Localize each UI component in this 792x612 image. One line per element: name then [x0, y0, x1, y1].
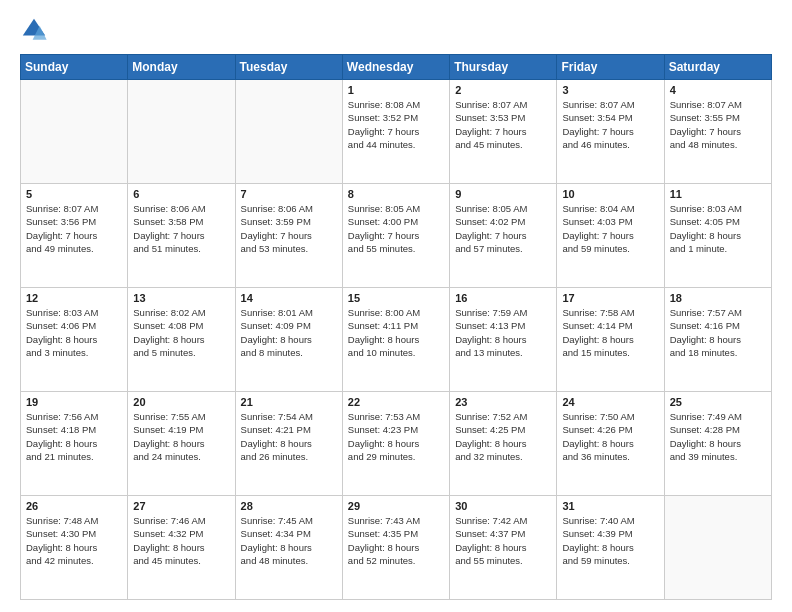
- day-cell: 22Sunrise: 7:53 AM Sunset: 4:23 PM Dayli…: [342, 392, 449, 496]
- day-number: 5: [26, 188, 122, 200]
- day-cell: 19Sunrise: 7:56 AM Sunset: 4:18 PM Dayli…: [21, 392, 128, 496]
- day-cell: 4Sunrise: 8:07 AM Sunset: 3:55 PM Daylig…: [664, 80, 771, 184]
- day-info: Sunrise: 8:06 AM Sunset: 3:59 PM Dayligh…: [241, 202, 337, 255]
- day-number: 26: [26, 500, 122, 512]
- header-cell-sunday: Sunday: [21, 55, 128, 80]
- day-info: Sunrise: 7:49 AM Sunset: 4:28 PM Dayligh…: [670, 410, 766, 463]
- day-cell: [664, 496, 771, 600]
- day-cell: 16Sunrise: 7:59 AM Sunset: 4:13 PM Dayli…: [450, 288, 557, 392]
- week-row-3: 19Sunrise: 7:56 AM Sunset: 4:18 PM Dayli…: [21, 392, 772, 496]
- day-cell: 23Sunrise: 7:52 AM Sunset: 4:25 PM Dayli…: [450, 392, 557, 496]
- day-cell: 24Sunrise: 7:50 AM Sunset: 4:26 PM Dayli…: [557, 392, 664, 496]
- day-cell: 2Sunrise: 8:07 AM Sunset: 3:53 PM Daylig…: [450, 80, 557, 184]
- day-number: 7: [241, 188, 337, 200]
- day-cell: 15Sunrise: 8:00 AM Sunset: 4:11 PM Dayli…: [342, 288, 449, 392]
- day-number: 24: [562, 396, 658, 408]
- day-cell: 13Sunrise: 8:02 AM Sunset: 4:08 PM Dayli…: [128, 288, 235, 392]
- week-row-4: 26Sunrise: 7:48 AM Sunset: 4:30 PM Dayli…: [21, 496, 772, 600]
- day-info: Sunrise: 7:40 AM Sunset: 4:39 PM Dayligh…: [562, 514, 658, 567]
- day-cell: 28Sunrise: 7:45 AM Sunset: 4:34 PM Dayli…: [235, 496, 342, 600]
- day-cell: [235, 80, 342, 184]
- day-info: Sunrise: 7:55 AM Sunset: 4:19 PM Dayligh…: [133, 410, 229, 463]
- day-cell: 11Sunrise: 8:03 AM Sunset: 4:05 PM Dayli…: [664, 184, 771, 288]
- day-info: Sunrise: 8:02 AM Sunset: 4:08 PM Dayligh…: [133, 306, 229, 359]
- day-info: Sunrise: 8:07 AM Sunset: 3:56 PM Dayligh…: [26, 202, 122, 255]
- day-info: Sunrise: 7:48 AM Sunset: 4:30 PM Dayligh…: [26, 514, 122, 567]
- day-number: 21: [241, 396, 337, 408]
- day-info: Sunrise: 8:07 AM Sunset: 3:55 PM Dayligh…: [670, 98, 766, 151]
- day-number: 31: [562, 500, 658, 512]
- day-cell: 27Sunrise: 7:46 AM Sunset: 4:32 PM Dayli…: [128, 496, 235, 600]
- day-number: 27: [133, 500, 229, 512]
- day-number: 9: [455, 188, 551, 200]
- day-number: 6: [133, 188, 229, 200]
- day-cell: 20Sunrise: 7:55 AM Sunset: 4:19 PM Dayli…: [128, 392, 235, 496]
- day-cell: 8Sunrise: 8:05 AM Sunset: 4:00 PM Daylig…: [342, 184, 449, 288]
- day-number: 11: [670, 188, 766, 200]
- day-info: Sunrise: 7:45 AM Sunset: 4:34 PM Dayligh…: [241, 514, 337, 567]
- day-cell: [21, 80, 128, 184]
- week-row-2: 12Sunrise: 8:03 AM Sunset: 4:06 PM Dayli…: [21, 288, 772, 392]
- header-cell-monday: Monday: [128, 55, 235, 80]
- day-info: Sunrise: 7:58 AM Sunset: 4:14 PM Dayligh…: [562, 306, 658, 359]
- calendar-header: SundayMondayTuesdayWednesdayThursdayFrid…: [21, 55, 772, 80]
- day-number: 13: [133, 292, 229, 304]
- day-cell: 1Sunrise: 8:08 AM Sunset: 3:52 PM Daylig…: [342, 80, 449, 184]
- day-number: 22: [348, 396, 444, 408]
- day-info: Sunrise: 7:50 AM Sunset: 4:26 PM Dayligh…: [562, 410, 658, 463]
- day-info: Sunrise: 8:00 AM Sunset: 4:11 PM Dayligh…: [348, 306, 444, 359]
- day-cell: 10Sunrise: 8:04 AM Sunset: 4:03 PM Dayli…: [557, 184, 664, 288]
- day-info: Sunrise: 7:54 AM Sunset: 4:21 PM Dayligh…: [241, 410, 337, 463]
- day-cell: 31Sunrise: 7:40 AM Sunset: 4:39 PM Dayli…: [557, 496, 664, 600]
- day-number: 16: [455, 292, 551, 304]
- day-number: 20: [133, 396, 229, 408]
- header-row: SundayMondayTuesdayWednesdayThursdayFrid…: [21, 55, 772, 80]
- day-cell: 30Sunrise: 7:42 AM Sunset: 4:37 PM Dayli…: [450, 496, 557, 600]
- day-info: Sunrise: 7:43 AM Sunset: 4:35 PM Dayligh…: [348, 514, 444, 567]
- day-info: Sunrise: 8:03 AM Sunset: 4:06 PM Dayligh…: [26, 306, 122, 359]
- day-number: 1: [348, 84, 444, 96]
- day-number: 4: [670, 84, 766, 96]
- day-info: Sunrise: 7:59 AM Sunset: 4:13 PM Dayligh…: [455, 306, 551, 359]
- day-number: 15: [348, 292, 444, 304]
- day-cell: 29Sunrise: 7:43 AM Sunset: 4:35 PM Dayli…: [342, 496, 449, 600]
- day-cell: 26Sunrise: 7:48 AM Sunset: 4:30 PM Dayli…: [21, 496, 128, 600]
- day-number: 2: [455, 84, 551, 96]
- day-cell: 17Sunrise: 7:58 AM Sunset: 4:14 PM Dayli…: [557, 288, 664, 392]
- day-info: Sunrise: 8:07 AM Sunset: 3:54 PM Dayligh…: [562, 98, 658, 151]
- day-number: 14: [241, 292, 337, 304]
- day-number: 8: [348, 188, 444, 200]
- day-number: 10: [562, 188, 658, 200]
- day-cell: 5Sunrise: 8:07 AM Sunset: 3:56 PM Daylig…: [21, 184, 128, 288]
- day-info: Sunrise: 8:08 AM Sunset: 3:52 PM Dayligh…: [348, 98, 444, 151]
- day-info: Sunrise: 7:57 AM Sunset: 4:16 PM Dayligh…: [670, 306, 766, 359]
- day-number: 23: [455, 396, 551, 408]
- day-info: Sunrise: 7:53 AM Sunset: 4:23 PM Dayligh…: [348, 410, 444, 463]
- day-info: Sunrise: 7:46 AM Sunset: 4:32 PM Dayligh…: [133, 514, 229, 567]
- day-number: 3: [562, 84, 658, 96]
- header-cell-saturday: Saturday: [664, 55, 771, 80]
- day-info: Sunrise: 8:04 AM Sunset: 4:03 PM Dayligh…: [562, 202, 658, 255]
- logo: [20, 16, 50, 44]
- calendar-body: 1Sunrise: 8:08 AM Sunset: 3:52 PM Daylig…: [21, 80, 772, 600]
- logo-icon: [20, 16, 48, 44]
- day-info: Sunrise: 8:01 AM Sunset: 4:09 PM Dayligh…: [241, 306, 337, 359]
- day-cell: 12Sunrise: 8:03 AM Sunset: 4:06 PM Dayli…: [21, 288, 128, 392]
- day-number: 25: [670, 396, 766, 408]
- day-info: Sunrise: 7:56 AM Sunset: 4:18 PM Dayligh…: [26, 410, 122, 463]
- day-number: 18: [670, 292, 766, 304]
- header-cell-tuesday: Tuesday: [235, 55, 342, 80]
- day-number: 30: [455, 500, 551, 512]
- day-info: Sunrise: 8:07 AM Sunset: 3:53 PM Dayligh…: [455, 98, 551, 151]
- page: SundayMondayTuesdayWednesdayThursdayFrid…: [0, 0, 792, 612]
- day-cell: [128, 80, 235, 184]
- day-cell: 6Sunrise: 8:06 AM Sunset: 3:58 PM Daylig…: [128, 184, 235, 288]
- day-number: 28: [241, 500, 337, 512]
- day-info: Sunrise: 8:05 AM Sunset: 4:02 PM Dayligh…: [455, 202, 551, 255]
- day-cell: 9Sunrise: 8:05 AM Sunset: 4:02 PM Daylig…: [450, 184, 557, 288]
- header: [20, 16, 772, 44]
- day-cell: 14Sunrise: 8:01 AM Sunset: 4:09 PM Dayli…: [235, 288, 342, 392]
- day-info: Sunrise: 7:52 AM Sunset: 4:25 PM Dayligh…: [455, 410, 551, 463]
- week-row-0: 1Sunrise: 8:08 AM Sunset: 3:52 PM Daylig…: [21, 80, 772, 184]
- day-number: 12: [26, 292, 122, 304]
